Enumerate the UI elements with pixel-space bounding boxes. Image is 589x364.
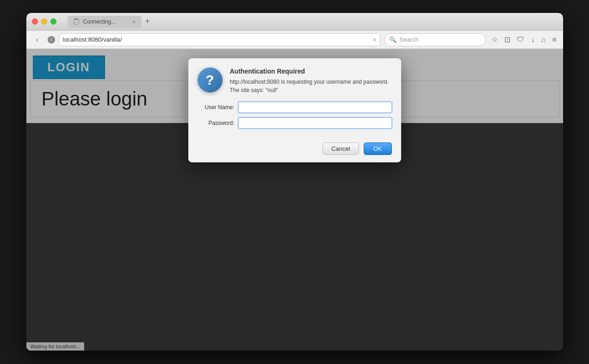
tab-label: Connecting...: [83, 19, 116, 25]
shield-icon[interactable]: 🛡: [515, 34, 526, 46]
url-text: localhost:8080/vanilla/: [63, 36, 370, 43]
info-icon: i: [50, 37, 51, 42]
home-icon[interactable]: ⌂: [539, 34, 547, 46]
page-content: LOGIN Please login Waiting for localhost…: [26, 49, 563, 351]
login-page: LOGIN Please login Waiting for localhost…: [26, 49, 563, 351]
menu-icon[interactable]: ≡: [550, 34, 558, 46]
active-tab[interactable]: Connecting... ×: [68, 16, 142, 28]
auth-buttons: Cancel OK: [188, 137, 401, 162]
username-input[interactable]: [238, 102, 392, 113]
url-bar[interactable]: localhost:8080/vanilla/ ×: [59, 33, 381, 46]
auth-dialog-header: ? Authentication Required http://localho…: [188, 58, 401, 102]
nav-bar: ‹ i localhost:8080/vanilla/ × 🔍 Search ☆…: [26, 31, 563, 49]
close-button[interactable]: [32, 19, 38, 25]
loading-spinner: [73, 19, 80, 25]
back-button[interactable]: ‹: [31, 33, 44, 46]
auth-icon: ?: [198, 68, 223, 93]
nav-icons: ☆ ⊡ 🛡 ↓ ⌂ ≡: [490, 33, 558, 46]
auth-title-area: Authentication Required http://localhost…: [230, 68, 392, 94]
new-tab-button[interactable]: +: [145, 17, 150, 26]
tab-area: Connecting... × +: [68, 16, 558, 28]
ok-button[interactable]: OK: [364, 142, 392, 155]
question-mark-icon: ?: [205, 72, 214, 88]
reader-icon[interactable]: ⊡: [502, 33, 512, 46]
browser-window: Connecting... × + ‹ i localhost:8080/van…: [26, 13, 563, 351]
minimize-button[interactable]: [41, 19, 47, 25]
back-icon: ‹: [36, 36, 38, 44]
bookmark-icon[interactable]: ☆: [490, 33, 500, 46]
auth-dialog-title: Authentication Required: [230, 68, 392, 75]
search-bar[interactable]: 🔍 Search: [384, 33, 486, 46]
info-button[interactable]: i: [48, 36, 55, 43]
auth-form: User Name: Password:: [188, 102, 401, 137]
auth-dialog-message: http://localhost:8080 is requesting your…: [230, 78, 392, 94]
search-placeholder: Search: [399, 36, 418, 43]
modal-overlay: ? Authentication Required http://localho…: [26, 49, 563, 351]
tab-close-icon[interactable]: ×: [132, 18, 136, 25]
cancel-button[interactable]: Cancel: [322, 142, 359, 155]
search-icon: 🔍: [389, 36, 397, 43]
download-icon[interactable]: ↓: [529, 34, 536, 46]
title-bar: Connecting... × +: [26, 13, 563, 31]
username-label: User Name:: [198, 104, 235, 111]
auth-dialog: ? Authentication Required http://localho…: [188, 58, 401, 162]
password-label: Password:: [198, 120, 235, 126]
password-input[interactable]: [238, 117, 392, 129]
maximize-button[interactable]: [50, 19, 56, 25]
password-row: Password:: [198, 117, 392, 129]
traffic-lights: [32, 19, 56, 25]
username-row: User Name:: [198, 102, 392, 113]
url-clear-icon[interactable]: ×: [372, 36, 376, 43]
